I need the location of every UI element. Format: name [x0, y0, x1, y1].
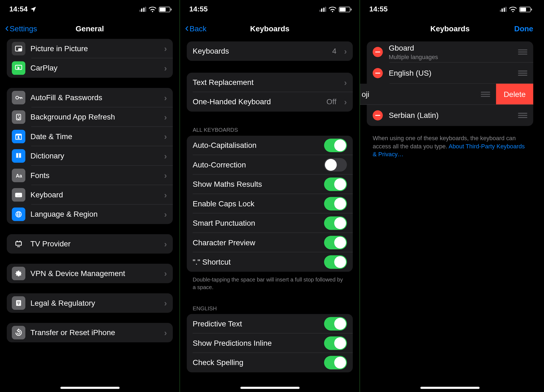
drag-handle-icon[interactable] — [518, 50, 527, 55]
cell-label: Background App Refresh — [30, 113, 159, 122]
settings-row-lang[interactable]: Language & Region › — [7, 204, 173, 224]
keyboards-row[interactable]: Keyboards 4 › — [187, 41, 353, 61]
chevron-right-icon: › — [164, 112, 167, 122]
remove-button[interactable] — [373, 68, 383, 78]
cell-label: Keyboard — [30, 190, 159, 199]
toggle-switch[interactable] — [324, 158, 347, 172]
keyboard-row-english[interactable]: English (US) — [367, 63, 533, 84]
drag-handle-icon[interactable] — [481, 92, 490, 97]
toggle-switch[interactable] — [324, 336, 347, 350]
one-handed-row[interactable]: One-Handed Keyboard Off › — [187, 92, 353, 111]
cell-label: Text Replacement — [193, 78, 339, 87]
settings-row-autofill[interactable]: AutoFill & Passwords › — [7, 88, 173, 107]
status-bar: 14:55 — [180, 0, 359, 19]
location-icon — [30, 6, 37, 13]
status-time: 14:55 — [369, 5, 388, 14]
svg-rect-12 — [18, 194, 19, 195]
cell-label: Date & Time — [30, 132, 159, 141]
cell-label: Dictionary — [30, 152, 159, 161]
chevron-right-icon: › — [164, 132, 167, 142]
svg-rect-20 — [17, 302, 20, 302]
text-replacement-section: Text Replacement › One-Handed Keyboard O… — [187, 73, 353, 112]
toggle-label: Character Preview — [193, 238, 319, 247]
back-label: Back — [190, 24, 207, 33]
settings-row-pip[interactable]: Picture in Picture › — [7, 39, 173, 58]
settings-group: VPN & Device Management › — [7, 264, 173, 283]
settings-row-legal[interactable]: Legal & Regulatory › — [7, 293, 173, 313]
toggle-switch[interactable] — [324, 216, 347, 230]
cell-label: Fonts — [30, 171, 159, 180]
keyboard-title: oji — [362, 90, 475, 99]
cell-label: Language & Region — [30, 210, 159, 219]
toggle-switch[interactable] — [324, 197, 347, 211]
delete-button[interactable]: Delete — [496, 84, 533, 105]
toggle-switch[interactable] — [324, 356, 347, 369]
svg-point-22 — [18, 304, 19, 305]
remove-button[interactable] — [373, 47, 383, 57]
reset-icon — [12, 326, 25, 339]
settings-group: Picture in Picture › CarPlay › — [7, 39, 173, 78]
cell-label: One-Handed Keyboard — [193, 97, 321, 106]
toggle-label: Show Maths Results — [193, 180, 319, 189]
toggle-label: Show Predictions Inline — [193, 339, 319, 348]
settings-row-tv[interactable]: TV Provider › — [7, 234, 173, 253]
keyboard-row-serbian[interactable]: Serbian (Latin) — [367, 105, 533, 126]
home-indicator[interactable] — [240, 387, 299, 389]
chevron-right-icon: › — [164, 269, 167, 278]
screen-keyboards-edit: 14:55 Keyboards Done Gboard Multiple lan… — [360, 0, 540, 392]
toggle-row: Show Predictions Inline — [187, 333, 353, 353]
pip-icon — [12, 42, 25, 56]
battery-icon — [519, 7, 531, 12]
page-title: Keyboards — [180, 24, 359, 33]
svg-rect-10 — [16, 194, 17, 195]
settings-row-refresh[interactable]: Background App Refresh › — [7, 107, 173, 127]
back-button[interactable]: ‹ Back — [185, 24, 207, 33]
key-icon — [12, 91, 25, 105]
settings-row-dict[interactable]: Dictionary › — [7, 146, 173, 166]
keyboard-row-gboard[interactable]: Gboard Multiple languages — [367, 41, 533, 63]
svg-rect-21 — [17, 303, 20, 303]
back-button[interactable]: ‹ Settings — [5, 24, 37, 33]
all-keyboards-section: Auto-Capitalisation Auto-Correction Show… — [187, 136, 353, 272]
keyboard-row-emoji-swiped[interactable]: oji Delete — [360, 84, 533, 105]
svg-rect-13 — [19, 194, 20, 195]
toggle-row: Show Maths Results — [187, 174, 353, 194]
home-indicator[interactable] — [420, 387, 480, 389]
home-indicator[interactable] — [60, 387, 119, 389]
drag-handle-icon[interactable] — [518, 113, 527, 118]
wifi-icon — [329, 6, 336, 12]
globe-icon — [12, 207, 25, 221]
cert-icon — [12, 296, 25, 310]
settings-row-transfer[interactable]: Transfer or Reset iPhone › — [7, 323, 173, 342]
toggle-row: Auto-Correction — [187, 155, 353, 174]
toggle-label: Auto-Correction — [193, 160, 319, 169]
toggle-label: Smart Punctuation — [193, 219, 319, 228]
toggle-switch[interactable] — [324, 139, 347, 152]
svg-text:Aa: Aa — [16, 173, 22, 179]
toggle-switch[interactable] — [324, 255, 347, 269]
chevron-right-icon: › — [164, 170, 167, 180]
carplay-icon — [12, 61, 25, 75]
settings-group: AutoFill & Passwords › Background App Re… — [7, 88, 173, 224]
settings-row-carplay[interactable]: CarPlay › — [7, 58, 173, 78]
remove-button[interactable] — [373, 110, 383, 120]
settings-row-keyboard[interactable]: Keyboard › — [7, 185, 173, 204]
toggle-switch[interactable] — [324, 317, 347, 331]
settings-row-vpn[interactable]: VPN & Device Management › — [7, 264, 173, 283]
toggle-switch[interactable] — [324, 177, 347, 191]
cell-label: Picture in Picture — [30, 44, 159, 53]
settings-row-date[interactable]: 1 Date & Time › — [7, 127, 173, 146]
settings-row-fonts[interactable]: Aa Fonts › — [7, 166, 173, 185]
keyboard-title: English (US) — [389, 69, 512, 78]
chevron-right-icon: › — [164, 298, 167, 308]
toggle-switch[interactable] — [324, 236, 347, 249]
battery-icon — [159, 7, 170, 12]
status-time: 14:54 — [9, 5, 28, 14]
drag-handle-icon[interactable] — [518, 71, 527, 76]
text-replacement-row[interactable]: Text Replacement › — [187, 73, 353, 92]
wifi-icon — [509, 6, 517, 12]
keyboard-title: Gboard — [389, 44, 512, 53]
chevron-right-icon: › — [164, 93, 167, 103]
done-button[interactable]: Done — [514, 24, 533, 33]
signal-icon — [319, 7, 326, 12]
